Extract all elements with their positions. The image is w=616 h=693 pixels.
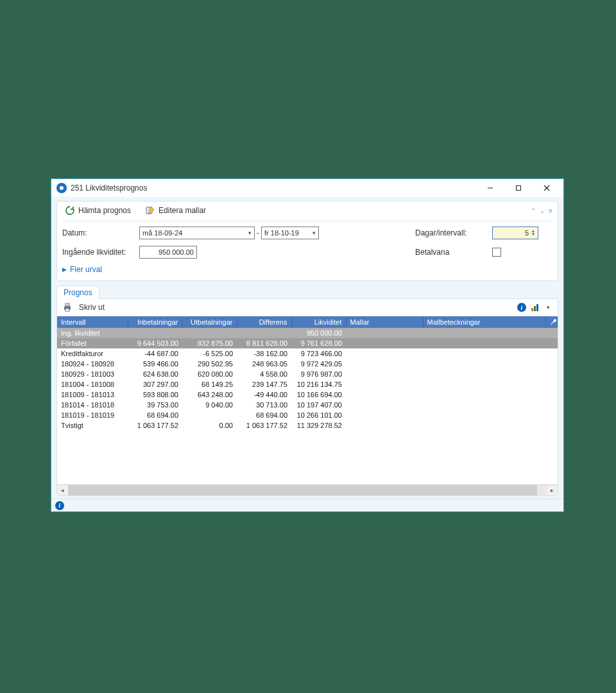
cell-value <box>346 379 423 389</box>
edit-icon <box>145 205 155 216</box>
cell-value <box>423 389 546 400</box>
horizontal-scrollbar[interactable]: ◂ ▸ <box>57 484 558 495</box>
cell-value <box>546 369 558 379</box>
expand-right-icon: ▶ <box>62 266 67 273</box>
svg-rect-1 <box>517 186 521 191</box>
table-row[interactable]: Kreditfakturor-44 687.00-6 525.00-38 162… <box>57 348 558 359</box>
close-button[interactable] <box>533 180 561 196</box>
cell-value <box>546 379 558 389</box>
cell-value <box>346 369 423 379</box>
spinner-icon[interactable]: ▲▼ <box>531 230 535 236</box>
table-row[interactable]: Förfallet9 644 503.00832 875.008 811 628… <box>57 338 558 348</box>
table-row[interactable]: 181004 - 181008307 297.0068 149.25239 14… <box>57 379 558 389</box>
collapse-up-icon[interactable]: ⌃ <box>531 207 536 214</box>
dagar-intervall-label: Dagar/intervall: <box>415 228 492 237</box>
cell-value: 593 808.00 <box>128 389 182 400</box>
cell-value <box>423 420 546 431</box>
cell-value <box>423 379 546 389</box>
cell-value: 4 558.00 <box>237 369 291 379</box>
cell-value: 68 694.00 <box>128 410 182 420</box>
ing-likviditet-row[interactable]: Ing. likviditet 950 000.00 <box>57 328 558 338</box>
editera-mallar-button[interactable]: Editera mallar <box>142 204 209 217</box>
cell-value: 9 644 503.00 <box>128 338 182 348</box>
hamta-prognos-button[interactable]: Hämta prognos <box>62 204 133 217</box>
scroll-left-button[interactable]: ◂ <box>57 485 68 496</box>
cell-value: 8 811 628.00 <box>237 338 291 348</box>
cell-value: 30 713.00 <box>237 400 291 410</box>
date-to-value: fr 18-10-19 <box>264 229 299 237</box>
col-utbetalningar[interactable]: Utbetalningar <box>182 316 237 328</box>
dropdown-button[interactable]: ▾ <box>543 303 552 312</box>
date-from-value: må 18-09-24 <box>142 229 182 237</box>
bar-chart-icon <box>531 304 538 311</box>
date-from-dropdown[interactable]: må 18-09-24 ▾ <box>139 227 255 239</box>
betalvana-checkbox[interactable] <box>492 248 501 257</box>
svg-rect-7 <box>65 309 69 311</box>
app-icon <box>56 183 67 193</box>
col-mallbeteckningar[interactable]: Mallbeteckningar <box>423 316 546 328</box>
menu-icon[interactable]: ≡ <box>549 207 552 214</box>
cell-value <box>546 348 558 359</box>
col-intervall[interactable]: Intervall <box>57 316 128 328</box>
svg-rect-6 <box>65 304 69 306</box>
fler-urval-label: Fler urval <box>70 265 102 274</box>
chevron-down-icon: ▾ <box>312 230 316 236</box>
expand-down-icon[interactable]: ⌄ <box>540 207 545 214</box>
cell-value: 539 466.00 <box>128 359 182 369</box>
col-inbetalningar[interactable]: Inbetalningar <box>128 316 182 328</box>
info-icon: i <box>517 303 526 312</box>
scroll-right-button[interactable]: ▸ <box>547 485 558 496</box>
grid-panel: Skriv ut i ▾ Interv <box>56 298 558 496</box>
col-mallar[interactable]: Mallar <box>346 316 423 328</box>
table-row[interactable]: 181009 - 181013593 808.00643 248.00-49 4… <box>57 389 558 400</box>
datum-label: Datum: <box>62 228 139 237</box>
betalvana-label: Betalvana <box>415 248 492 257</box>
cell-value <box>423 400 546 410</box>
maximize-button[interactable] <box>504 180 533 196</box>
dagar-intervall-input[interactable]: 5 ▲▼ <box>492 227 538 239</box>
cell-value <box>423 410 546 420</box>
cell-value: 290 502.95 <box>182 359 237 369</box>
col-settings[interactable] <box>546 316 558 328</box>
cell-value: 624 638.00 <box>128 369 182 379</box>
cell-value: 832 875.00 <box>182 338 237 348</box>
info-button[interactable]: i <box>517 303 526 312</box>
minimize-button[interactable] <box>476 180 504 196</box>
cell-value: 11 329 278.52 <box>291 420 346 431</box>
cell-value: -44 687.00 <box>128 348 182 359</box>
filter-panel: Hämta prognos Editera mallar ⌃ ⌄ ≡ Datum… <box>56 201 558 281</box>
ingaende-likviditet-input[interactable]: 950 000.00 <box>139 246 197 259</box>
cell-value <box>423 338 546 348</box>
cell-value: -49 440.00 <box>237 389 291 400</box>
cell-value: 9 972 429.05 <box>291 359 346 369</box>
col-differens[interactable]: Differens <box>237 316 291 328</box>
cell-value: 239 147.75 <box>237 379 291 389</box>
cell-value <box>346 410 423 420</box>
table-row[interactable]: 180924 - 180928539 466.00290 502.95248 9… <box>57 359 558 369</box>
app-window: 251 Likviditetsprognos Hämta prognos <box>51 178 564 512</box>
date-to-dropdown[interactable]: fr 18-10-19 ▾ <box>261 227 319 239</box>
fler-urval-toggle[interactable]: ▶ Fler urval <box>62 264 552 275</box>
table-row[interactable]: 180929 - 181003624 638.00620 080.004 558… <box>57 369 558 379</box>
scroll-track[interactable] <box>68 485 547 496</box>
status-info-button[interactable]: i <box>55 501 64 510</box>
cell-value <box>346 359 423 369</box>
scroll-thumb[interactable] <box>68 485 537 496</box>
grid-toolbar: Skriv ut i ▾ <box>57 299 558 316</box>
table-row[interactable]: Tvistigt1 063 177.520.001 063 177.5211 3… <box>57 420 558 431</box>
cell-value <box>546 400 558 410</box>
cell-intervall: Kreditfakturor <box>57 348 128 359</box>
chart-button[interactable] <box>531 304 538 311</box>
col-likviditet[interactable]: Likviditet <box>291 316 346 328</box>
cell-value <box>346 400 423 410</box>
table-row[interactable]: 181014 - 18101839 753.009 040.0030 713.0… <box>57 400 558 410</box>
tab-prognos[interactable]: Prognos <box>56 286 99 299</box>
cell-value <box>546 338 558 348</box>
skriv-ut-button[interactable]: Skriv ut <box>76 302 107 313</box>
cell-value: 10 197 407.00 <box>291 400 346 410</box>
cell-value <box>423 369 546 379</box>
chevron-down-icon: ▾ <box>248 230 252 236</box>
panel-mini-buttons: ⌃ ⌄ ≡ <box>531 207 552 214</box>
cell-value: 10 216 134.75 <box>291 379 346 389</box>
table-row[interactable]: 181019 - 18101968 694.0068 694.0010 266 … <box>57 410 558 420</box>
